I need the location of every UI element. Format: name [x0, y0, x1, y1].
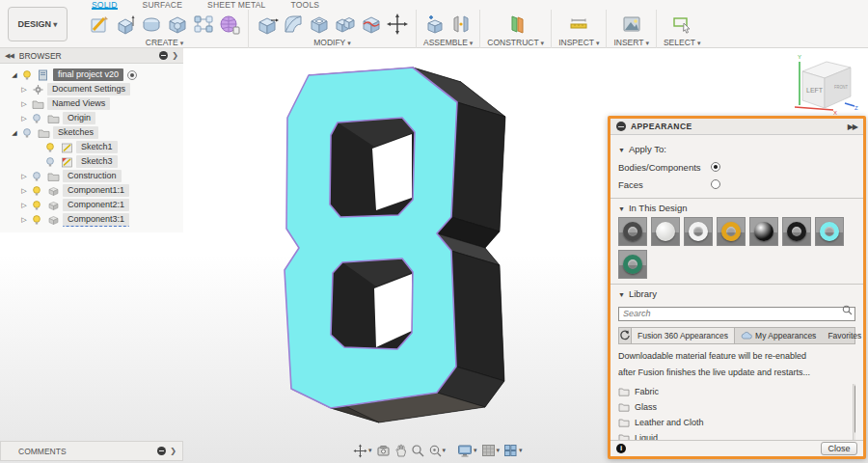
box-icon[interactable]	[166, 13, 189, 36]
dropdown-caret-icon[interactable]: ▾	[474, 447, 477, 454]
dropdown-caret-icon[interactable]: ▾	[497, 447, 501, 454]
tree-item-named-views[interactable]: ▷ Named Views	[0, 96, 183, 111]
create-sketch-icon[interactable]	[88, 13, 111, 36]
tree-item-sketches[interactable]: ◢ Sketches	[0, 125, 183, 140]
design-dropdown-button[interactable]: DESIGN	[8, 7, 68, 41]
modify-group-label[interactable]: MODIFY	[313, 39, 351, 48]
bulb-on-icon[interactable]	[31, 185, 42, 197]
collapsed-arrow-icon[interactable]: ▷	[19, 173, 29, 180]
insert-image-icon[interactable]	[620, 13, 643, 36]
display-settings-icon[interactable]: ▾	[457, 444, 477, 457]
swatch-black-gloss[interactable]	[749, 217, 778, 246]
bulb-on-icon[interactable]	[31, 200, 42, 211]
bulb-on-icon[interactable]	[44, 142, 56, 153]
extrude-icon[interactable]	[114, 13, 137, 36]
tab-my-appearances[interactable]: My Appearances	[735, 328, 822, 343]
swatch-white-gloss[interactable]	[684, 217, 713, 246]
revolve-icon[interactable]	[140, 13, 163, 36]
faces-radio[interactable]	[711, 179, 720, 189]
folder-liquid[interactable]: Liquid	[618, 430, 855, 441]
construction-plane-icon[interactable]	[504, 13, 528, 36]
folder-leather-and-cloth[interactable]: Leather and Cloth	[618, 415, 855, 430]
section-collapse-icon[interactable]: ▼	[618, 205, 625, 212]
browser-expand-icon[interactable]: ❯	[172, 51, 178, 60]
tree-item-label[interactable]: Sketch3	[76, 155, 118, 168]
tree-item-component2[interactable]: ▷ Component2:1	[0, 198, 183, 212]
grid-snaps-icon[interactable]: ▾	[481, 444, 501, 457]
swatch-cyan[interactable]	[815, 217, 844, 246]
collapsed-arrow-icon[interactable]: ▷	[19, 115, 29, 123]
section-collapse-icon[interactable]: ▼	[618, 291, 625, 298]
folder-fabric[interactable]: Fabric	[618, 384, 855, 399]
info-icon[interactable]: i	[616, 444, 626, 453]
swatch-frosted-glass[interactable]	[651, 217, 680, 246]
zoom-icon[interactable]	[411, 444, 424, 457]
fit-icon[interactable]: ▾	[428, 444, 447, 457]
dropdown-caret-icon[interactable]: ▾	[443, 447, 447, 454]
bulb-off-icon[interactable]	[44, 156, 56, 168]
expanded-arrow-icon[interactable]: ◢	[10, 129, 19, 137]
section-collapse-icon[interactable]: ▼	[618, 147, 625, 153]
tree-item-component3[interactable]: ▷ Component3:1	[0, 212, 183, 227]
shell-icon[interactable]	[308, 13, 331, 36]
swatch-gold[interactable]	[717, 217, 746, 246]
dropdown-caret-icon[interactable]: ▾	[519, 447, 523, 454]
appearance-dialog-header[interactable]: APPEARANCE ▶▶	[610, 119, 863, 135]
measure-icon[interactable]	[567, 13, 590, 36]
tree-item-label[interactable]: Construction	[63, 170, 122, 182]
tab-solid[interactable]: SOLID	[92, 0, 118, 10]
tab-sheet-metal[interactable]: SHEET METAL	[207, 0, 265, 10]
comments-options-icon[interactable]	[157, 447, 166, 455]
tab-fusion-appearances[interactable]: Fusion 360 Appearances	[631, 328, 735, 343]
collapsed-arrow-icon[interactable]: ▷	[19, 100, 29, 108]
activate-component-radio[interactable]	[127, 70, 137, 80]
tab-surface[interactable]: SURFACE	[143, 0, 183, 10]
model-number-8[interactable]	[241, 58, 559, 444]
bulb-off-icon[interactable]	[21, 127, 33, 139]
comments-bar[interactable]: COMMENTS ❯	[0, 441, 183, 461]
tree-item-label[interactable]: Component1:1	[63, 184, 129, 197]
browser-options-icon[interactable]	[159, 51, 168, 60]
tree-item-label[interactable]: Named Views	[47, 97, 110, 110]
swatch-black-matte[interactable]	[782, 217, 811, 246]
tab-favorites[interactable]: Favorites	[822, 328, 863, 343]
insert-group-label[interactable]: INSERT	[613, 39, 649, 48]
swatch-chrome[interactable]	[618, 217, 647, 246]
close-button[interactable]: Close	[821, 442, 857, 455]
bodies-components-radio[interactable]	[711, 162, 720, 172]
bulb-off-icon[interactable]	[31, 113, 42, 124]
tree-item-component1[interactable]: ▷ Component1:1	[0, 183, 183, 198]
pan-icon[interactable]	[394, 444, 407, 457]
create-group-label[interactable]: CREATE	[146, 39, 183, 48]
joint-icon[interactable]	[449, 13, 473, 36]
look-at-icon[interactable]	[376, 445, 391, 457]
dock-panel-icon[interactable]: ▶▶	[848, 123, 857, 131]
tree-item-construction[interactable]: ▷ Construction	[0, 169, 183, 183]
dropdown-caret-icon[interactable]: ▾	[368, 447, 372, 454]
tree-item-label[interactable]: Document Settings	[47, 83, 130, 95]
tree-item-sketch1[interactable]: Sketch1	[0, 140, 183, 154]
swatch-green[interactable]	[618, 250, 647, 279]
tree-item-label[interactable]: Component3:1	[63, 213, 129, 227]
assemble-group-label[interactable]: ASSEMBLE	[423, 39, 473, 48]
tree-item-sketch3[interactable]: Sketch3	[0, 154, 183, 169]
select-icon[interactable]	[670, 13, 693, 36]
collapse-browser-icon[interactable]: ◀◀	[5, 52, 14, 60]
search-input[interactable]	[618, 307, 855, 321]
tree-item-document-settings[interactable]: ▷ Document Settings	[0, 82, 183, 96]
bulb-on-icon[interactable]	[31, 214, 42, 226]
move-icon[interactable]	[386, 13, 409, 36]
tree-item-root[interactable]: ◢ final project v20	[0, 68, 183, 82]
orbit-icon[interactable]: ▾	[353, 444, 372, 458]
tab-tools[interactable]: TOOLS	[291, 0, 320, 10]
tree-item-label[interactable]: final project v20	[53, 68, 123, 81]
collapsed-arrow-icon[interactable]: ▷	[19, 86, 29, 94]
bulb-off-icon[interactable]	[31, 171, 42, 182]
fillet-icon[interactable]	[282, 13, 305, 36]
tree-item-label[interactable]: Component2:1	[63, 199, 129, 211]
pattern-icon[interactable]	[192, 13, 215, 36]
tree-item-label[interactable]: Sketches	[53, 126, 98, 139]
bulb-on-icon[interactable]	[21, 69, 33, 81]
select-group-label[interactable]: SELECT	[664, 39, 701, 48]
collapsed-arrow-icon[interactable]: ▷	[19, 187, 29, 195]
